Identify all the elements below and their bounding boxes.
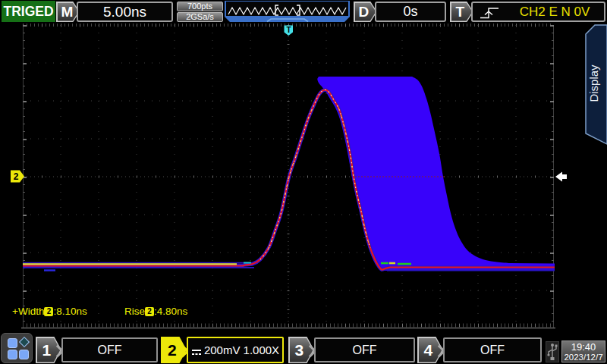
svg-text:2: 2 <box>14 171 19 182</box>
svg-text:T: T <box>286 26 291 34</box>
